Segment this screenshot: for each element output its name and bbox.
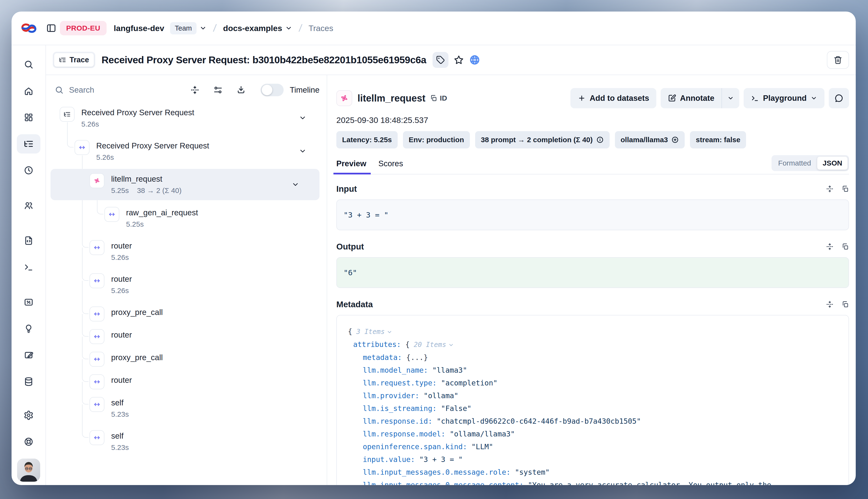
tree-item-proxy-pre-call[interactable]: proxy_pre_call (46, 352, 327, 363)
delete-trace-button[interactable] (827, 51, 849, 69)
annotate-split-button: Annotate (661, 88, 739, 108)
copy-metadata-button[interactable] (841, 301, 849, 308)
tree-item-received-proxy-server-request[interactable]: Received Proxy Server Request5.26s (46, 140, 327, 162)
sidebar-item-datasets[interactable] (17, 372, 40, 391)
json-collapse-chevron-icon[interactable] (448, 342, 454, 348)
public-share-button[interactable] (469, 54, 480, 65)
expand-chevron[interactable] (292, 181, 299, 188)
sidebar-item-tracing[interactable] (17, 134, 40, 154)
observation-title: litellm_request (357, 93, 425, 104)
fold-vertical-icon (826, 243, 834, 251)
sidebar-rail (12, 45, 46, 485)
project-switcher-chevron[interactable] (285, 25, 292, 32)
tree-item-label: Received Proxy Server Request (81, 107, 327, 118)
tree-item-self[interactable]: self5.23s (46, 430, 327, 452)
breadcrumb-current-section[interactable]: Traces (309, 24, 333, 33)
app-logo[interactable] (12, 22, 46, 34)
sidebar-item-prompts[interactable] (17, 231, 40, 250)
observation-badge[interactable]: ollama/llama3 (615, 131, 685, 148)
metadata-json-line: attributes: { 20 Items (344, 338, 842, 351)
tree-item-self[interactable]: self5.23s (46, 397, 327, 419)
dashboard-icon (24, 112, 34, 122)
sidebar-item-sessions[interactable] (17, 161, 40, 180)
span-icon (93, 311, 100, 318)
copy-icon (841, 243, 849, 251)
trace-title: Received Proxy Server Request: b3010b422… (101, 54, 426, 66)
span-icon (93, 356, 100, 363)
tree-item-router[interactable]: router (46, 374, 327, 386)
expand-chevron[interactable] (299, 147, 306, 155)
bookmark-star-button[interactable] (454, 55, 464, 65)
metadata-json-line: llm.response.id: "chatcmpl-d96622c0-c642… (344, 415, 842, 427)
output-content: "6" (336, 257, 849, 288)
tree-item-received-proxy-server-request[interactable]: Received Proxy Server Request5.26s (46, 107, 327, 129)
json-value: "You are a very accurate calculator. You… (524, 481, 771, 485)
sidebar-item-users[interactable] (17, 196, 40, 215)
tree-item-litellm-request[interactable]: litellm_request5.25s38 → 2 (Σ 40) (50, 169, 319, 200)
collapse-output-button[interactable] (826, 243, 834, 251)
copy-id-button[interactable]: ID (430, 94, 447, 102)
sidebar-item-settings[interactable] (17, 406, 40, 425)
tree-item-raw-gen-ai-request[interactable]: raw_gen_ai_request5.25s (46, 207, 327, 229)
user-avatar[interactable] (17, 459, 40, 482)
generation-icon (340, 94, 349, 103)
collapse-input-button[interactable] (826, 185, 834, 193)
collapse-metadata-button[interactable] (826, 301, 834, 308)
tree-item-router[interactable]: router5.26s (46, 240, 327, 262)
tree-item-duration: 5.25s (111, 186, 129, 195)
tree-search-input[interactable] (69, 85, 132, 95)
copy-icon (841, 185, 849, 193)
metadata-json-viewer[interactable]: { 3 Itemsattributes: { 20 Itemsmetadata:… (336, 315, 849, 485)
project-name[interactable]: docs-examples (223, 24, 282, 33)
annotate-dropdown-button[interactable] (722, 88, 739, 108)
sidebar-toggle-button[interactable] (46, 23, 57, 34)
tree-item-router[interactable]: router (46, 329, 327, 341)
observation-badge[interactable]: Env: production (403, 131, 470, 148)
sidebar-item-search[interactable] (17, 55, 40, 74)
sidebar-item-dashboards[interactable] (17, 108, 40, 127)
expand-chevron[interactable] (299, 114, 306, 122)
organization-name[interactable]: langfuse-dev (114, 24, 164, 33)
span-icon (93, 434, 100, 441)
sidebar-item-support[interactable] (17, 432, 40, 451)
add-to-datasets-button[interactable]: Add to datasets (571, 88, 657, 108)
playground-button[interactable]: Playground (744, 88, 824, 108)
observation-badge[interactable]: stream: false (690, 131, 746, 148)
collapse-all-button[interactable] (190, 85, 199, 95)
tree-item-token-usage: 38 → 2 (Σ 40) (137, 186, 181, 195)
json-collapse-chevron-icon[interactable] (387, 329, 392, 335)
sidebar-item-playground[interactable] (17, 257, 40, 277)
observation-badge[interactable]: Latency: 5.25s (336, 131, 398, 148)
org-switcher-chevron[interactable] (199, 25, 207, 32)
copy-output-button[interactable] (841, 243, 849, 251)
tree-item-router[interactable]: router5.26s (46, 273, 327, 295)
users-icon (24, 200, 34, 210)
tree-item-duration: 5.25s (126, 219, 144, 229)
tree-item-duration: 5.26s (111, 286, 129, 295)
tab-scores[interactable]: Scores (378, 159, 403, 174)
sidebar-item-home[interactable] (17, 81, 40, 100)
annotate-button[interactable]: Annotate (661, 88, 721, 108)
sidebar-item-evaluations[interactable] (17, 293, 40, 312)
chevron-down-icon (199, 25, 207, 32)
badge-label: Env: production (409, 136, 464, 144)
sidebar-item-insights[interactable] (17, 319, 40, 338)
formatted-view-button[interactable]: Formatted (773, 157, 817, 170)
tag-button[interactable] (432, 52, 449, 68)
download-button[interactable] (236, 85, 246, 95)
observation-badge[interactable]: 38 prompt → 2 completion (Σ 40) (475, 131, 610, 148)
annotate-label: Annotate (680, 94, 714, 103)
generation-icon (89, 173, 105, 188)
metadata-json-line: metadata: {...} (344, 351, 842, 364)
copy-id-label: ID (440, 94, 447, 102)
tree-settings-button[interactable] (213, 85, 222, 95)
timeline-toggle[interactable] (260, 84, 284, 96)
observation-content-scroll[interactable]: Input (327, 174, 856, 485)
sidebar-item-annotations[interactable] (17, 345, 40, 365)
copy-input-button[interactable] (841, 185, 849, 193)
tab-preview[interactable]: Preview (336, 159, 366, 174)
comments-button[interactable] (829, 88, 849, 108)
observation-detail-panel: litellm_request ID Add to datasets (327, 75, 856, 485)
tree-item-proxy-pre-call[interactable]: proxy_pre_call (46, 306, 327, 318)
json-view-button[interactable]: JSON (817, 157, 847, 170)
